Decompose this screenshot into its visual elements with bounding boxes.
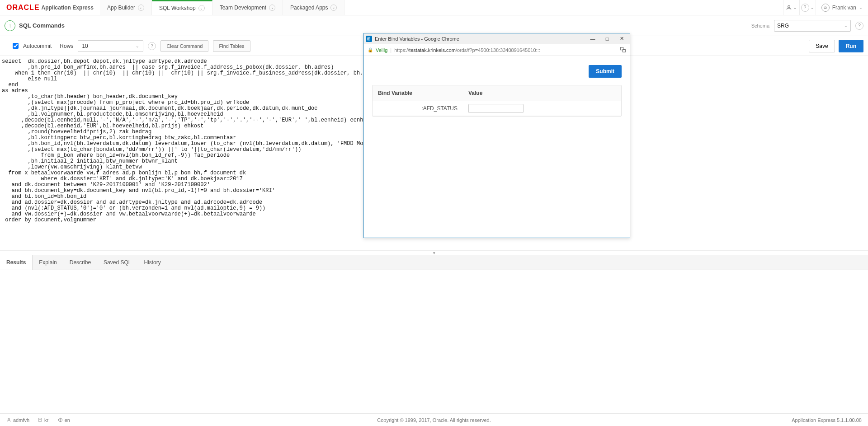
footer: admfvh kri en Copyright © 1999, 2017, Or… bbox=[0, 413, 868, 426]
footer-workspace-label: kri bbox=[44, 417, 50, 423]
bind-variables-popup: ⊞ Enter Bind Variables - Google Chrome —… bbox=[363, 33, 630, 238]
result-tabs: Results Explain Describe Saved SQL Histo… bbox=[0, 255, 868, 270]
svg-point-2 bbox=[38, 418, 42, 419]
address-separator: | bbox=[390, 47, 392, 53]
footer-workspace[interactable]: kri bbox=[38, 417, 50, 423]
save-button[interactable]: Save bbox=[809, 40, 835, 52]
svg-point-0 bbox=[788, 5, 790, 8]
bind-table: Bind Variable Value :AFD_STATUS bbox=[372, 85, 622, 117]
run-button[interactable]: Run bbox=[839, 40, 863, 52]
schema-value: SRG bbox=[777, 23, 789, 29]
chrome-favicon: ⊞ bbox=[366, 36, 372, 42]
tab-app-builder[interactable]: App Builder ⌄ bbox=[100, 0, 152, 15]
tab-team-development[interactable]: Team Development ⌄ bbox=[212, 0, 283, 15]
avatar-icon: ☺ bbox=[821, 4, 830, 12]
top-nav-right: ⌄ ? ⌄ ☺ Frank van ⌄ bbox=[783, 0, 868, 15]
footer-version: Application Express 5.1.1.00.08 bbox=[792, 417, 862, 423]
top-nav: ORACLE Application Express App Builder ⌄… bbox=[0, 0, 868, 15]
tab-history[interactable]: History bbox=[137, 255, 167, 270]
popup-body: Submit Bind Variable Value :AFD_STATUS bbox=[364, 56, 630, 117]
chevron-down-icon: ⌄ bbox=[136, 44, 139, 48]
sub-header-right: Schema SRG ⌄ ? bbox=[751, 20, 863, 32]
user-menu[interactable]: ☺ Frank van ⌄ bbox=[816, 0, 868, 15]
help-icon[interactable]: ? ⌄ bbox=[799, 0, 816, 15]
schema-label: Schema bbox=[751, 23, 769, 28]
chevron-down-icon[interactable]: ⌄ bbox=[269, 5, 275, 11]
tab-packaged-apps[interactable]: Packaged Apps ⌄ bbox=[283, 0, 344, 15]
chevron-down-icon[interactable]: ⌄ bbox=[138, 5, 144, 11]
admin-icon[interactable]: ⌄ bbox=[783, 0, 799, 15]
popup-url[interactable]: https://testatak.krinkels.com/ords/f?p=4… bbox=[394, 47, 540, 53]
user-name: Frank van bbox=[832, 5, 856, 11]
splitter-handle[interactable]: ▾ bbox=[0, 250, 868, 255]
footer-user-label: admfvh bbox=[13, 417, 29, 423]
close-button[interactable]: ✕ bbox=[615, 35, 628, 42]
footer-user[interactable]: admfvh bbox=[6, 417, 29, 423]
autocommit-label: Autocommit bbox=[23, 43, 52, 49]
oracle-wordmark: ORACLE bbox=[6, 4, 40, 12]
footer-lang[interactable]: en bbox=[58, 417, 70, 423]
footer-lang-label: en bbox=[65, 417, 70, 423]
autocommit-checkbox[interactable] bbox=[13, 43, 19, 49]
chevron-down-icon: ⌄ bbox=[859, 5, 863, 10]
tab-results[interactable]: Results bbox=[0, 255, 33, 270]
help-icon[interactable]: ? bbox=[148, 42, 156, 50]
top-nav-tabs: App Builder ⌄ SQL Workshop ⌄ Team Develo… bbox=[100, 0, 345, 15]
tab-label: Packaged Apps bbox=[290, 5, 328, 11]
secure-label: Veilig bbox=[376, 47, 387, 53]
rows-select[interactable]: 10 ⌄ bbox=[78, 40, 143, 52]
brand-logo: ORACLE Application Express bbox=[0, 4, 100, 12]
bind-value-cell bbox=[463, 101, 621, 116]
col-bind-variable: Bind Variable bbox=[373, 85, 463, 101]
schema-select[interactable]: SRG ⌄ bbox=[774, 20, 851, 32]
tab-explain[interactable]: Explain bbox=[33, 255, 63, 270]
apex-wordmark: Application Express bbox=[42, 5, 94, 11]
chevron-down-icon: ⌄ bbox=[844, 23, 848, 28]
bind-name: :AFD_STATUS bbox=[373, 102, 463, 115]
upload-icon[interactable]: ↑ bbox=[5, 20, 15, 31]
rows-value: 10 bbox=[82, 43, 88, 49]
maximize-button[interactable]: □ bbox=[601, 35, 613, 42]
submit-button[interactable]: Submit bbox=[589, 65, 622, 78]
tab-label: SQL Workshop bbox=[159, 5, 196, 11]
minimize-button[interactable]: — bbox=[586, 35, 599, 42]
popup-titlebar[interactable]: ⊞ Enter Bind Variables - Google Chrome —… bbox=[364, 33, 630, 44]
help-icon[interactable]: ? bbox=[855, 22, 863, 30]
tab-sql-workshop[interactable]: SQL Workshop ⌄ bbox=[152, 0, 212, 15]
tab-label: Team Development bbox=[220, 5, 266, 11]
submit-row: Submit bbox=[372, 65, 622, 78]
page-title: SQL Commands bbox=[19, 22, 65, 29]
bind-row: :AFD_STATUS bbox=[373, 101, 621, 116]
tab-saved-sql[interactable]: Saved SQL bbox=[97, 255, 137, 270]
popup-title: Enter Bind Variables - Google Chrome bbox=[375, 36, 585, 42]
lock-icon: 🔒 bbox=[368, 47, 373, 52]
col-value: Value bbox=[463, 85, 621, 101]
footer-copyright: Copyright © 1999, 2017, Oracle. All righ… bbox=[377, 417, 491, 423]
find-tables-button[interactable]: Find Tables bbox=[213, 40, 250, 52]
chevron-down-icon[interactable]: ⌄ bbox=[198, 5, 205, 11]
rows-label: Rows bbox=[60, 43, 73, 49]
tab-label: App Builder bbox=[107, 5, 135, 11]
chevron-down-icon[interactable]: ⌄ bbox=[330, 5, 337, 11]
tab-describe[interactable]: Describe bbox=[63, 255, 97, 270]
toolbar-right: Save Run bbox=[809, 40, 863, 52]
clear-command-button[interactable]: Clear Command bbox=[160, 40, 208, 52]
popup-address-bar: 🔒 Veilig | https://testatak.krinkels.com… bbox=[364, 44, 630, 56]
translate-icon[interactable] bbox=[620, 47, 626, 54]
bind-value-input[interactable] bbox=[468, 104, 524, 113]
svg-point-1 bbox=[8, 418, 10, 420]
bind-table-header: Bind Variable Value bbox=[373, 85, 621, 101]
